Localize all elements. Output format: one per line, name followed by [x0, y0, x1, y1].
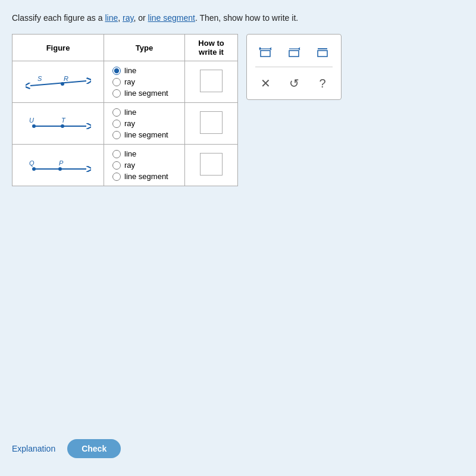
svg-point-7: [61, 124, 64, 128]
toolbar-panel: ✕ ↺ ?: [246, 34, 342, 100]
svg-point-12: [58, 167, 62, 171]
answer-box-2[interactable]: [200, 111, 223, 134]
classify-table: Figure Type How towrite it: [12, 34, 238, 186]
radio-line-3[interactable]: line: [112, 149, 176, 158]
write-cell-2: [184, 103, 237, 145]
svg-text:P: P: [59, 159, 64, 167]
table-row: U T line ray: [12, 103, 238, 145]
ray-link[interactable]: ray: [123, 13, 133, 23]
figure-svg-3: Q P: [26, 154, 91, 177]
toolbar-actions-row: ✕ ↺ ?: [255, 73, 333, 93]
toolbar-btn-undo[interactable]: ↺: [284, 73, 304, 93]
toolbar-btn-segment[interactable]: [312, 40, 333, 61]
radio-input-line-2[interactable]: [112, 108, 121, 117]
radio-input-segment-1[interactable]: [112, 89, 121, 98]
line-notation-icon: [257, 42, 274, 59]
svg-text:S: S: [37, 75, 42, 82]
radio-input-segment-2[interactable]: [112, 131, 121, 139]
instruction-text: Classify each figure as a line, ray, or …: [12, 12, 464, 24]
col-header-type: Type: [104, 35, 185, 61]
content-area: Figure Type How towrite it: [12, 34, 464, 186]
svg-point-2: [61, 82, 64, 86]
toolbar-btn-clear[interactable]: ✕: [255, 73, 275, 93]
type-cell-2: line ray line segment: [104, 103, 185, 145]
toolbar-btn-ray[interactable]: [284, 40, 304, 61]
answer-box-1[interactable]: [200, 70, 223, 92]
col-header-writeit: How towrite it: [184, 35, 237, 61]
radio-segment-3[interactable]: line segment: [112, 172, 176, 181]
radio-segment-2[interactable]: line segment: [112, 130, 176, 139]
svg-text:U: U: [29, 117, 34, 124]
radio-line-2[interactable]: line: [112, 108, 176, 117]
bottom-bar: Explanation Check: [12, 439, 121, 458]
svg-text:Q: Q: [29, 159, 35, 167]
toolbar-symbols-row: [255, 40, 333, 61]
radio-ray-2[interactable]: ray: [112, 119, 176, 128]
radio-input-line-1[interactable]: [112, 67, 121, 75]
write-cell-1: [184, 61, 237, 103]
radio-input-ray-3[interactable]: [112, 161, 121, 170]
radio-ray-3[interactable]: ray: [112, 161, 176, 170]
radio-line-1[interactable]: line: [112, 66, 176, 75]
svg-rect-19: [318, 51, 327, 57]
table-row: S R line ray: [12, 61, 238, 103]
write-cell-3: [184, 145, 237, 186]
toolbar-btn-help[interactable]: ?: [312, 73, 333, 93]
svg-rect-14: [261, 51, 270, 57]
radio-group-3: line ray line segment: [112, 149, 176, 181]
figure-cell-3: Q P: [12, 145, 104, 186]
col-header-figure: Figure: [12, 35, 104, 61]
figure-cell-2: U T: [12, 103, 104, 145]
answer-box-3[interactable]: [200, 153, 223, 176]
type-cell-1: line ray line segment: [104, 61, 185, 103]
radio-input-ray-1[interactable]: [112, 78, 121, 86]
toolbar-btn-line[interactable]: [255, 40, 275, 61]
svg-rect-17: [289, 51, 299, 57]
type-cell-3: line ray line segment: [104, 145, 185, 186]
svg-point-10: [32, 167, 36, 171]
page-wrapper: Classify each figure as a line, ray, or …: [0, 0, 476, 476]
radio-group-2: line ray line segment: [112, 108, 176, 139]
figure-svg-1: S R: [26, 70, 91, 94]
ray-notation-icon: [286, 42, 302, 59]
figure-cell-1: S R: [12, 61, 104, 103]
radio-input-line-3[interactable]: [112, 150, 121, 158]
line-link[interactable]: line: [105, 13, 118, 23]
figure-svg-2: U T: [26, 112, 91, 136]
segment-link[interactable]: line segment: [148, 13, 195, 23]
svg-point-5: [32, 124, 36, 128]
radio-input-ray-2[interactable]: [112, 120, 121, 128]
radio-ray-1[interactable]: ray: [112, 77, 176, 86]
radio-group-1: line ray line segment: [112, 66, 176, 98]
svg-text:R: R: [64, 75, 68, 82]
toolbar-divider: [255, 67, 333, 67]
radio-input-segment-3[interactable]: [112, 173, 121, 181]
explanation-button[interactable]: Explanation: [12, 444, 55, 453]
radio-segment-1[interactable]: line segment: [112, 89, 176, 98]
svg-text:T: T: [61, 117, 66, 124]
check-button[interactable]: Check: [67, 439, 121, 458]
table-row: Q P line ray: [12, 145, 238, 186]
segment-notation-icon: [314, 42, 331, 59]
